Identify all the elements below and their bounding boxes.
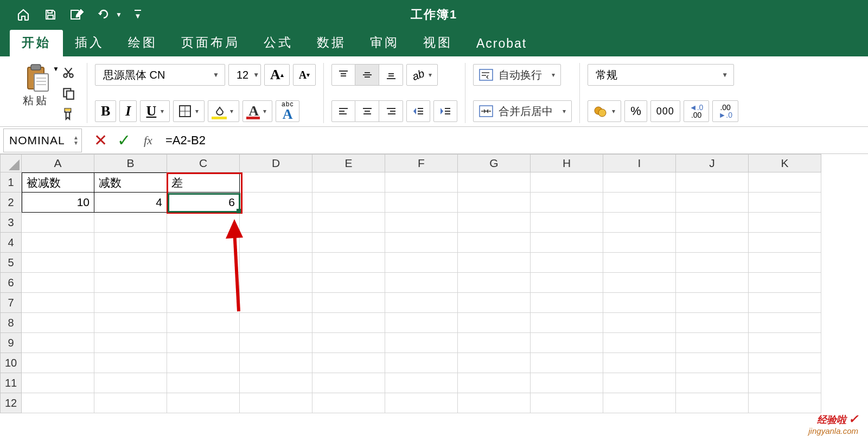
- cell-E6[interactable]: [312, 273, 385, 293]
- cell-I9[interactable]: [603, 333, 676, 353]
- cell-K9[interactable]: [749, 333, 821, 353]
- border-button[interactable]: ▾: [173, 100, 205, 122]
- col-A[interactable]: A: [22, 154, 94, 172]
- tab-formula[interactable]: 公式: [252, 30, 305, 56]
- fx-icon[interactable]: fx: [144, 133, 152, 148]
- tab-view[interactable]: 视图: [411, 30, 464, 56]
- cell-F12[interactable]: [385, 393, 458, 413]
- underline-button[interactable]: U▾: [140, 100, 170, 122]
- cell-E12[interactable]: [312, 393, 385, 413]
- cell-G2[interactable]: [458, 193, 531, 213]
- cell-A4[interactable]: [22, 233, 94, 253]
- cell-D7[interactable]: [240, 293, 312, 313]
- cell-F6[interactable]: [385, 273, 458, 293]
- cell-F5[interactable]: [385, 253, 458, 273]
- number-format-select[interactable]: 常规▼: [588, 64, 734, 86]
- decrease-indent-button[interactable]: [406, 100, 430, 122]
- cell-G5[interactable]: [458, 253, 531, 273]
- tab-draw[interactable]: 绘图: [116, 30, 169, 56]
- cell-A3[interactable]: [22, 213, 94, 233]
- cell-C12[interactable]: [167, 393, 240, 413]
- cell-G8[interactable]: [458, 313, 531, 333]
- align-right-button[interactable]: [379, 100, 403, 122]
- cell-I7[interactable]: [603, 293, 676, 313]
- cell-E11[interactable]: [312, 373, 385, 393]
- cell-J1[interactable]: [676, 172, 749, 193]
- paste-icon[interactable]: ▼: [23, 63, 48, 90]
- cell-D10[interactable]: [240, 353, 312, 373]
- cell-B3[interactable]: [94, 213, 167, 233]
- row-11[interactable]: 11: [0, 373, 22, 393]
- cell-C5[interactable]: [167, 253, 240, 273]
- percent-button[interactable]: %: [624, 100, 647, 122]
- cell-I10[interactable]: [603, 353, 676, 373]
- cell-D1[interactable]: [240, 172, 312, 193]
- font-size-select[interactable]: 12▼: [228, 64, 261, 86]
- cell-A9[interactable]: [22, 333, 94, 353]
- cell-C10[interactable]: [167, 353, 240, 373]
- align-left-button[interactable]: [331, 100, 355, 122]
- cell-H8[interactable]: [531, 313, 603, 333]
- cell-C7[interactable]: [167, 293, 240, 313]
- currency-button[interactable]: ▾: [588, 100, 621, 122]
- cell-C8[interactable]: [167, 313, 240, 333]
- cell-J12[interactable]: [676, 393, 749, 413]
- cell-K4[interactable]: [749, 233, 821, 253]
- cell-J11[interactable]: [676, 373, 749, 393]
- cell-E8[interactable]: [312, 313, 385, 333]
- cell-F4[interactable]: [385, 233, 458, 253]
- formula-input[interactable]: [162, 133, 868, 148]
- cell-K6[interactable]: [749, 273, 821, 293]
- cell-E7[interactable]: [312, 293, 385, 313]
- col-H[interactable]: H: [531, 154, 603, 172]
- cell-H10[interactable]: [531, 353, 603, 373]
- cell-H12[interactable]: [531, 393, 603, 413]
- wrap-text-button[interactable]: 自动换行▾: [473, 64, 561, 86]
- cell-I2[interactable]: [603, 193, 676, 213]
- cell-K8[interactable]: [749, 313, 821, 333]
- cell-C1[interactable]: 差: [167, 172, 240, 193]
- col-B[interactable]: B: [94, 154, 167, 172]
- cell-F7[interactable]: [385, 293, 458, 313]
- cell-E10[interactable]: [312, 353, 385, 373]
- cell-B10[interactable]: [94, 353, 167, 373]
- cell-B11[interactable]: [94, 373, 167, 393]
- cell-D2[interactable]: [240, 193, 312, 213]
- cell-A8[interactable]: [22, 313, 94, 333]
- cell-H7[interactable]: [531, 293, 603, 313]
- cell-G9[interactable]: [458, 333, 531, 353]
- cell-H3[interactable]: [531, 213, 603, 233]
- cell-J10[interactable]: [676, 353, 749, 373]
- cell-J4[interactable]: [676, 233, 749, 253]
- cell-C11[interactable]: [167, 373, 240, 393]
- cell-H11[interactable]: [531, 373, 603, 393]
- cell-D8[interactable]: [240, 313, 312, 333]
- tab-home[interactable]: 开始: [10, 30, 63, 56]
- cell-F11[interactable]: [385, 373, 458, 393]
- cell-C6[interactable]: [167, 273, 240, 293]
- cell-K5[interactable]: [749, 253, 821, 273]
- cell-I12[interactable]: [603, 393, 676, 413]
- orientation-button[interactable]: ab▾: [406, 64, 438, 86]
- save-edit-icon[interactable]: [64, 5, 91, 24]
- cell-J9[interactable]: [676, 333, 749, 353]
- cut-icon[interactable]: [58, 65, 79, 80]
- cell-D5[interactable]: [240, 253, 312, 273]
- tab-data[interactable]: 数据: [305, 30, 358, 56]
- row-9[interactable]: 9: [0, 333, 22, 353]
- cell-F10[interactable]: [385, 353, 458, 373]
- name-box[interactable]: NOMINAL ▲▼: [3, 129, 82, 152]
- cell-K11[interactable]: [749, 373, 821, 393]
- save-icon[interactable]: [37, 5, 64, 24]
- cell-A7[interactable]: [22, 293, 94, 313]
- merge-center-button[interactable]: 合并后居中▾: [473, 100, 572, 122]
- home-icon[interactable]: [10, 5, 37, 24]
- cell-B12[interactable]: [94, 393, 167, 413]
- cell-H4[interactable]: [531, 233, 603, 253]
- cell-A1[interactable]: 被减数: [22, 172, 94, 193]
- accept-icon[interactable]: ✓: [117, 131, 131, 150]
- cell-B4[interactable]: [94, 233, 167, 253]
- copy-icon[interactable]: [58, 86, 79, 101]
- select-all-corner[interactable]: [0, 154, 22, 172]
- cell-D11[interactable]: [240, 373, 312, 393]
